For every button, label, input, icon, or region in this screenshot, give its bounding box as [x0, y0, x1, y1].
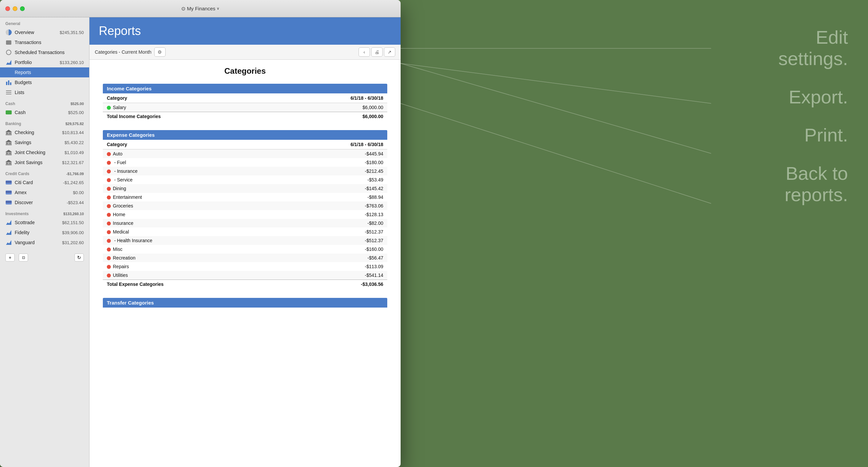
report-toolbar: Categories - Current Month ⚙ ‹ 🖨 ↗: [90, 45, 401, 60]
bank-icon: [5, 129, 12, 136]
sidebar-item-joint-checking[interactable]: Joint Checking $1,010.49: [0, 147, 89, 158]
sidebar-section-investments: Investments $133,260.10: [0, 207, 89, 218]
table-row: - Health Insurance -$512.37: [103, 236, 387, 245]
close-button[interactable]: [5, 6, 10, 11]
amount-cell: -$82.00: [277, 219, 387, 228]
dot-icon: [107, 196, 111, 199]
reports-icon: [5, 69, 12, 76]
category-cell: Misc: [103, 245, 277, 254]
svg-marker-18: [6, 160, 12, 162]
sidebar-item-citi[interactable]: Citi Card -$1,242.65: [0, 177, 89, 188]
sidebar-item-lists[interactable]: Lists: [0, 88, 89, 97]
sidebar: General Overview $245,351.50 Transaction…: [0, 18, 90, 467]
dot-icon: [107, 222, 111, 226]
dot-icon: [107, 161, 111, 165]
sidebar-item-checking[interactable]: Checking $10,813.44: [0, 127, 89, 137]
traffic-lights: [5, 6, 25, 11]
sidebar-item-scheduled[interactable]: Scheduled Transactions: [0, 47, 89, 57]
svg-rect-22: [10, 162, 11, 164]
svg-rect-3: [9, 132, 10, 134]
amount-cell: -$160.00: [277, 245, 387, 254]
print-annotation: Print.: [778, 125, 848, 146]
transfer-section-header: Transfer Categories: [103, 298, 387, 307]
sidebar-item-overview[interactable]: Overview $245,351.50: [0, 27, 89, 37]
sidebar-item-portfolio[interactable]: Portfolio $133,260.10: [0, 57, 89, 67]
svg-rect-20: [7, 162, 8, 164]
edit-settings-button[interactable]: ⚙: [154, 47, 165, 57]
page-title: Reports: [99, 24, 391, 38]
svg-marker-0: [6, 130, 12, 132]
dot-icon: [107, 106, 111, 110]
portfolio-icon: [5, 59, 12, 66]
sidebar-item-fidelity[interactable]: Fidelity $39,906.00: [0, 228, 89, 237]
table-row: - Insurance -$212.45: [103, 167, 387, 175]
table-row: Repairs -$113.09: [103, 262, 387, 271]
svg-rect-23: [6, 164, 12, 165]
dot-icon: [107, 273, 111, 277]
svg-rect-19: [6, 162, 7, 164]
refresh-button[interactable]: ↻: [74, 254, 84, 262]
svg-rect-21: [9, 162, 10, 164]
amount-cell: -$445.94: [277, 149, 387, 159]
category-cell: - Service: [103, 175, 277, 184]
sidebar-item-transactions[interactable]: Transactions: [0, 37, 89, 47]
toolbar-right: ‹ 🖨 ↗: [359, 47, 395, 57]
sidebar-item-cash[interactable]: Cash $525.00: [0, 107, 89, 118]
maximize-button[interactable]: [20, 6, 25, 11]
svg-rect-2: [7, 132, 8, 134]
dot-icon: [107, 152, 111, 156]
svg-rect-10: [10, 142, 11, 144]
svg-rect-8: [7, 142, 8, 144]
category-cell: Auto: [103, 149, 277, 159]
export-annotation: Export.: [778, 87, 848, 108]
invest-icon: [5, 229, 12, 236]
chevron-down-icon: ∨: [217, 6, 219, 11]
sidebar-item-vanguard[interactable]: Vanguard $31,202.60: [0, 237, 89, 247]
card-icon: [5, 179, 12, 186]
print-button[interactable]: 🖨: [371, 47, 382, 57]
sidebar-item-scottrade[interactable]: Scottrade $62,151.50: [0, 218, 89, 228]
table-row: Utilities -$541.14: [103, 271, 387, 280]
table-row: Insurance -$82.00: [103, 219, 387, 228]
table-row: Salary $6,000.00: [103, 103, 387, 112]
print-icon: 🖨: [375, 49, 379, 55]
sidebar-item-reports[interactable]: Reports: [0, 67, 89, 77]
total-amount: -$3,036.56: [277, 280, 387, 289]
sidebar-item-discover[interactable]: Discover -$523.44: [0, 198, 89, 207]
export-button[interactable]: ↗: [384, 47, 395, 57]
category-cell: Salary: [103, 103, 274, 112]
svg-rect-15: [9, 153, 10, 154]
sidebar-item-savings[interactable]: Savings $5,430.22: [0, 137, 89, 147]
total-amount: $6,000.00: [274, 112, 387, 121]
expense-section-header: Expense Categories: [103, 130, 387, 140]
svg-rect-13: [6, 153, 7, 154]
sidebar-section-banking: Banking $29,575.82: [0, 118, 89, 127]
cash-icon: [5, 109, 12, 116]
amount-cell: -$88.94: [277, 193, 387, 201]
back-button[interactable]: ‹: [359, 47, 370, 57]
main-area: General Overview $245,351.50 Transaction…: [0, 18, 401, 467]
sidebar-item-budgets[interactable]: Budgets: [0, 77, 89, 88]
amount-cell: -$512.37: [277, 228, 387, 236]
sidebar-item-amex[interactable]: Amex $0.00: [0, 188, 89, 198]
category-cell: Insurance: [103, 219, 277, 228]
scheduled-icon: [5, 49, 12, 56]
amount-cell: -$180.00: [277, 158, 387, 167]
category-cell: - Health Insurance: [103, 236, 277, 245]
svg-rect-1: [6, 132, 7, 134]
back-icon: ‹: [364, 49, 365, 55]
dot-icon: [107, 187, 111, 191]
expense-table: Category 6/1/18 - 6/30/18 Auto -$445.94 …: [103, 140, 387, 289]
svg-marker-6: [6, 140, 12, 142]
edit-layout-button[interactable]: ⊡: [19, 254, 28, 262]
titlebar: ⊙ My Finances ∨: [0, 0, 401, 18]
dot-icon: [107, 169, 111, 173]
svg-rect-4: [10, 132, 11, 134]
table-row: Misc -$160.00: [103, 245, 387, 254]
sidebar-section-cash: Cash $525.00: [0, 97, 89, 107]
category-cell: - Fuel: [103, 158, 277, 167]
add-account-button[interactable]: +: [5, 254, 15, 262]
minimize-button[interactable]: [13, 6, 18, 11]
sidebar-item-joint-savings[interactable]: Joint Savings $12,321.67: [0, 158, 89, 167]
income-table-header: Category 6/1/18 - 6/30/18: [103, 93, 387, 103]
